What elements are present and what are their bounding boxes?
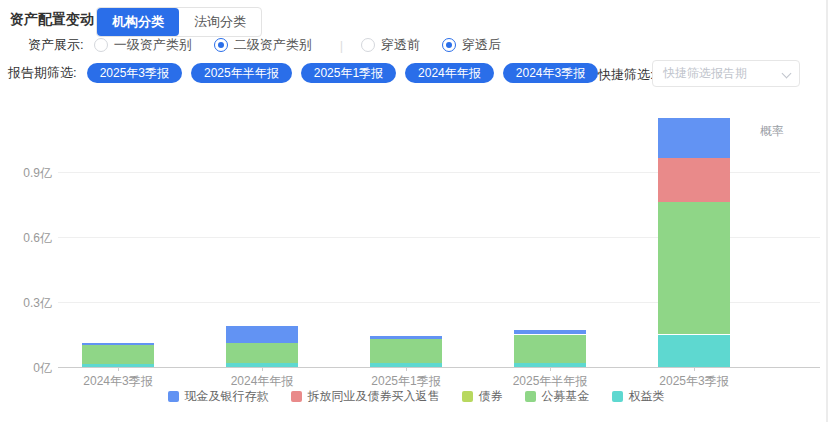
radio-asset-level-label: 一级资产类别 xyxy=(114,36,192,54)
legend-item-债券[interactable]: 债券 xyxy=(462,388,503,405)
x-axis-tick xyxy=(118,367,119,371)
chevron-down-icon xyxy=(782,69,792,79)
report-period-pills: 2025年3季报2025年半年报2025年1季报2024年年报2024年3季报 xyxy=(87,63,608,83)
legend-label: 现金及银行存款 xyxy=(185,388,269,405)
radio-asset-level-二级资产类别[interactable]: 二级资产类别 xyxy=(214,36,312,54)
y-axis-tick-label: 0.9亿 xyxy=(0,165,52,182)
report-filter-label: 报告期筛选: xyxy=(8,64,77,82)
period-pill-2025年1季报[interactable]: 2025年1季报 xyxy=(301,63,396,83)
bar-segment-现金及银行存款[interactable] xyxy=(514,330,586,334)
asset-allocation-chart: 概率 现金及银行存款拆放同业及债券买入返售债券公募基金权益类 0亿0.3亿0.6… xyxy=(0,100,832,422)
tab-机构分类[interactable]: 机构分类 xyxy=(97,8,179,36)
radio-asset-level-一级资产类别[interactable]: 一级资产类别 xyxy=(94,36,192,54)
legend-label: 债券 xyxy=(479,388,503,405)
x-axis-category-label: 2025年半年报 xyxy=(478,373,622,390)
bar-segment-现金及银行存款[interactable] xyxy=(226,326,298,343)
x-axis-category-label: 2025年1季报 xyxy=(334,373,478,390)
x-axis-tick xyxy=(406,367,407,371)
page-title: 资产配置变动 xyxy=(10,11,94,29)
bar-segment-现金及银行存款[interactable] xyxy=(658,118,730,158)
quick-filter-placeholder: 快捷筛选报告期 xyxy=(663,65,747,82)
period-pill-2024年年报[interactable]: 2024年年报 xyxy=(405,63,494,83)
radio-checked-icon xyxy=(214,38,228,52)
y-axis-tick-label: 0.6亿 xyxy=(0,230,52,247)
legend-marker-icon xyxy=(525,391,536,402)
legend-marker-icon xyxy=(462,391,473,402)
legend-item-权益类[interactable]: 权益类 xyxy=(612,388,665,405)
x-axis-category-label: 2025年3季报 xyxy=(622,373,766,390)
radio-penetrate-label: 穿透后 xyxy=(462,36,501,54)
period-pill-2024年3季报[interactable]: 2024年3季报 xyxy=(503,63,598,83)
bar-segment-现金及银行存款[interactable] xyxy=(82,343,154,345)
x-axis-category-label: 2024年3季报 xyxy=(46,373,190,390)
legend-label: 权益类 xyxy=(629,388,665,405)
x-axis-tick xyxy=(694,367,695,371)
legend-item-现金及银行存款[interactable]: 现金及银行存款 xyxy=(168,388,269,405)
bar-segment-公募基金[interactable] xyxy=(658,202,730,334)
x-axis-tick xyxy=(550,367,551,371)
quick-filter-label: 快捷筛选: xyxy=(598,66,654,84)
asset-display-row: 资产展示: 一级资产类别二级资产类别 | 穿透前穿透后 xyxy=(28,36,523,54)
x-axis-line xyxy=(58,367,820,368)
radio-penetrate-label: 穿透前 xyxy=(381,36,420,54)
bar-segment-公募基金[interactable] xyxy=(370,339,442,363)
x-axis-tick xyxy=(262,367,263,371)
legend-item-公募基金[interactable]: 公募基金 xyxy=(525,388,590,405)
tab-法询分类[interactable]: 法询分类 xyxy=(179,8,261,36)
bar-segment-现金及银行存款[interactable] xyxy=(370,336,442,339)
bar-segment-拆放同业及债券买入返售[interactable] xyxy=(658,158,730,202)
radio-group-divider: | xyxy=(340,38,343,53)
classification-tabs: 机构分类法询分类 xyxy=(96,7,262,37)
legend-label: 公募基金 xyxy=(542,388,590,405)
radio-unchecked-icon xyxy=(94,38,108,52)
y-axis-tick-label: 0.3亿 xyxy=(0,295,52,312)
quick-filter-select[interactable]: 快捷筛选报告期 xyxy=(652,60,800,87)
legend-marker-icon xyxy=(612,391,623,402)
period-pill-2025年半年报[interactable]: 2025年半年报 xyxy=(191,63,292,83)
radio-penetrate-穿透后[interactable]: 穿透后 xyxy=(442,36,501,54)
bar-segment-公募基金[interactable] xyxy=(226,343,298,363)
report-period-filter-row: 报告期筛选: 2025年3季报2025年半年报2025年1季报2024年年报20… xyxy=(8,62,607,84)
bar-segment-权益类[interactable] xyxy=(658,335,730,368)
penetrate-radio-group: 穿透前穿透后 xyxy=(361,36,523,54)
legend-marker-icon xyxy=(291,391,302,402)
asset-display-label: 资产展示: xyxy=(28,36,84,54)
y-axis-tick-label: 0亿 xyxy=(0,360,52,377)
radio-unchecked-icon xyxy=(361,38,375,52)
chart-annotation: 概率 xyxy=(760,123,784,140)
radio-checked-icon xyxy=(442,38,456,52)
chart-legend: 现金及银行存款拆放同业及债券买入返售债券公募基金权益类 xyxy=(0,388,832,405)
bar-segment-公募基金[interactable] xyxy=(82,345,154,363)
legend-marker-icon xyxy=(168,391,179,402)
legend-item-拆放同业及债券买入返售[interactable]: 拆放同业及债券买入返售 xyxy=(291,388,440,405)
period-pill-2025年3季报[interactable]: 2025年3季报 xyxy=(87,63,182,83)
x-axis-category-label: 2024年年报 xyxy=(190,373,334,390)
legend-label: 拆放同业及债券买入返售 xyxy=(308,388,440,405)
radio-penetrate-穿透前[interactable]: 穿透前 xyxy=(361,36,420,54)
asset-level-radio-group: 一级资产类别二级资产类别 xyxy=(94,36,334,54)
bar-segment-公募基金[interactable] xyxy=(514,335,586,363)
scrollbar-track[interactable] xyxy=(826,0,828,422)
radio-asset-level-label: 二级资产类别 xyxy=(234,36,312,54)
